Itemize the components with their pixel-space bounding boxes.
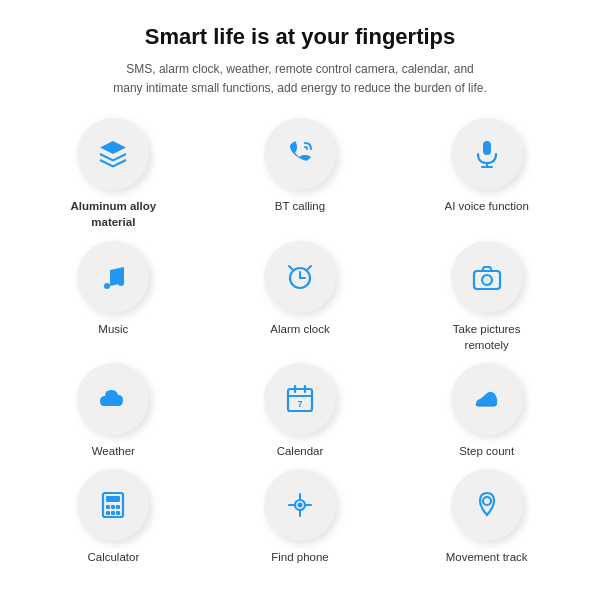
feature-aluminum: Aluminum alloy material: [20, 118, 207, 230]
movement-icon-circle: [451, 469, 523, 541]
calculator-icon-circle: [77, 469, 149, 541]
find-phone-icon-circle: [264, 469, 336, 541]
music-icon-circle: [77, 241, 149, 313]
feature-bt-calling: BT calling: [207, 118, 394, 230]
svg-point-3: [104, 283, 110, 289]
page-wrapper: Smart life is at your fingertips SMS, al…: [0, 0, 600, 581]
layers-icon: [96, 137, 130, 171]
location-icon: [470, 488, 504, 522]
svg-rect-23: [111, 511, 115, 515]
svg-rect-20: [111, 505, 115, 509]
svg-point-27: [483, 497, 491, 505]
feature-movement-track: Movement track: [393, 469, 580, 565]
movement-track-label: Movement track: [446, 549, 528, 565]
feature-find-phone: Find phone: [207, 469, 394, 565]
aluminum-label: Aluminum alloy material: [68, 198, 158, 230]
calendar-label: Calendar: [277, 443, 324, 459]
bt-calling-icon-circle: [264, 118, 336, 190]
ai-voice-icon-circle: [451, 118, 523, 190]
svg-point-11: [482, 275, 492, 285]
feature-calendar: 7 Calendar: [207, 363, 394, 459]
alarm-icon-circle: [264, 241, 336, 313]
step-icon-circle: [451, 363, 523, 435]
svg-text:7: 7: [297, 399, 302, 409]
find-phone-label: Find phone: [271, 549, 329, 565]
svg-rect-22: [106, 511, 110, 515]
feature-step-count: Step count: [393, 363, 580, 459]
features-grid: Aluminum alloy material BT calling: [20, 118, 580, 565]
feature-ai-voice: AI voice function: [393, 118, 580, 230]
svg-point-4: [118, 280, 124, 286]
calendar-icon: 7: [283, 382, 317, 416]
page-subtitle: SMS, alarm clock, weather, remote contro…: [110, 60, 490, 98]
svg-rect-0: [483, 141, 491, 155]
feature-alarm-clock: Alarm clock: [207, 241, 394, 353]
aluminum-icon-circle: [77, 118, 149, 190]
shoe-icon: [470, 382, 504, 416]
svg-rect-24: [116, 511, 120, 515]
alarm-icon: [283, 260, 317, 294]
microphone-icon: [470, 137, 504, 171]
camera-icon-circle: [451, 241, 523, 313]
step-count-label: Step count: [459, 443, 514, 459]
music-label: Music: [98, 321, 128, 337]
ai-voice-label: AI voice function: [444, 198, 528, 214]
feature-weather: Weather: [20, 363, 207, 459]
page-title: Smart life is at your fingertips: [145, 24, 456, 50]
svg-rect-19: [106, 505, 110, 509]
cloud-icon: [96, 382, 130, 416]
calendar-icon-circle: 7: [264, 363, 336, 435]
svg-line-9: [308, 266, 311, 269]
music-icon: [96, 260, 130, 294]
svg-rect-18: [106, 496, 120, 502]
calculator-label: Calculator: [87, 549, 139, 565]
feature-take-pictures: Take pictures remotely: [393, 241, 580, 353]
weather-icon-circle: [77, 363, 149, 435]
feature-calculator: Calculator: [20, 469, 207, 565]
phone-icon: [283, 137, 317, 171]
svg-rect-21: [116, 505, 120, 509]
feature-music: Music: [20, 241, 207, 353]
alarm-clock-label: Alarm clock: [270, 321, 329, 337]
weather-label: Weather: [92, 443, 135, 459]
camera-icon: [470, 260, 504, 294]
find-phone-icon: [283, 488, 317, 522]
take-pictures-label: Take pictures remotely: [442, 321, 532, 353]
svg-rect-10: [474, 271, 500, 289]
calculator-icon: [96, 488, 130, 522]
svg-point-26: [297, 502, 302, 507]
bt-calling-label: BT calling: [275, 198, 325, 214]
svg-line-8: [289, 266, 292, 269]
